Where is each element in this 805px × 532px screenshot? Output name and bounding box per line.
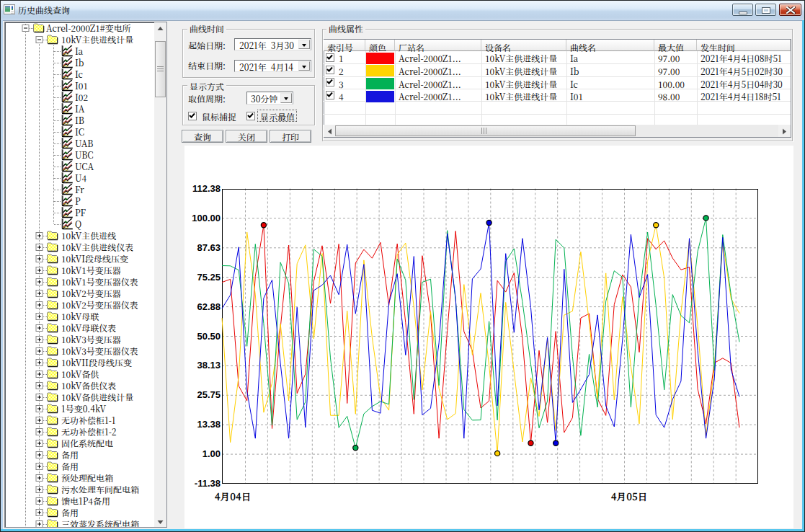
svg-text:4月05日: 4月05日: [611, 489, 648, 503]
svg-text:112.38: 112.38: [192, 183, 221, 194]
svg-text:-11.38: -11.38: [195, 478, 221, 489]
svg-text:4月04日: 4月04日: [215, 489, 252, 503]
svg-text:13.38: 13.38: [197, 419, 221, 430]
svg-text:62.88: 62.88: [197, 301, 221, 312]
svg-text:38.13: 38.13: [197, 360, 221, 371]
svg-text:87.63: 87.63: [197, 242, 221, 253]
svg-text:50.50: 50.50: [197, 331, 221, 342]
svg-text:25.75: 25.75: [197, 389, 221, 400]
svg-text:1.00: 1.00: [203, 448, 221, 459]
svg-text:75.25: 75.25: [197, 272, 221, 283]
svg-text:100.00: 100.00: [192, 213, 221, 223]
